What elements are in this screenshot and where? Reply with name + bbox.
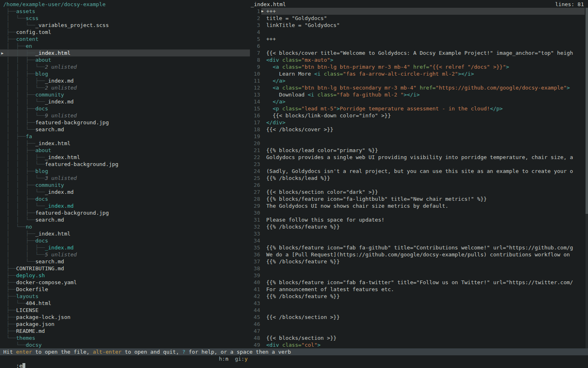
line-number: 3 [250, 22, 260, 29]
tree-row[interactable]: │ └──404.html [0, 300, 250, 307]
line-number: 13 [250, 91, 260, 98]
tree-row[interactable]: ├──deploy.sh [0, 272, 250, 279]
tree-row[interactable]: │ │ └──search.md [0, 126, 250, 133]
line-number: 41 [250, 286, 260, 293]
code-line: 6 [250, 43, 588, 49]
tree-row[interactable]: │ │ ├──blog [0, 70, 250, 77]
tree-row[interactable]: ├──CONTRIBUTING.md [0, 265, 250, 272]
code-line-text [261, 237, 585, 244]
code-line: 21{{% blocks/lead color="primary" %}} [250, 147, 588, 154]
code-token: "lead mt-5" [301, 105, 336, 112]
tree-row[interactable]: ├──Dockerfile [0, 286, 250, 293]
tree-row[interactable]: │ │ │ ├──_index.md [0, 77, 250, 84]
root-path[interactable]: /home/example-user/docsy-example [0, 1, 250, 8]
line-number: 9 [250, 63, 260, 70]
command-input[interactable]: :e [16, 363, 25, 368]
tree-row[interactable]: ├──content [0, 36, 250, 43]
tree-entry-name: about [35, 147, 51, 153]
tree-row[interactable]: │ └──search.md [0, 258, 250, 265]
tree-row[interactable]: │ ├──fa [0, 133, 250, 140]
tree-branch-lines: │ └── [7, 224, 26, 230]
tree-row[interactable]: │ │ │ └──featured-background.jpg [0, 161, 250, 168]
tree-row[interactable]: │ │ │ └──2 unlisted [0, 63, 250, 70]
tree-row[interactable]: │ │ │ └──_index.md [0, 98, 250, 105]
code-line-text: {{% blocks/lead color="primary" %}} [261, 147, 585, 154]
tree-row[interactable]: │ │ │ └──2 unlisted [0, 84, 250, 91]
tree-row[interactable]: ▶│ │ ├──_index.html [0, 49, 250, 56]
tree-row[interactable]: ├──config.toml [0, 29, 250, 36]
code-token: {{< blocks/section >}} [266, 335, 336, 341]
code-line-text: </a> [261, 98, 585, 105]
tree-row[interactable]: ├──README.md [0, 328, 250, 334]
tree-row[interactable]: │ │ ├──featured-background.jpg [0, 209, 250, 216]
tree-row[interactable]: │ └──scss [0, 15, 250, 22]
tree-branch-lines: │ ├── [7, 238, 35, 244]
line-number: 12 [250, 84, 260, 91]
tree-branch-lines: │ ├── [7, 43, 26, 49]
tree-row[interactable]: │ │ ├──docs [0, 105, 250, 112]
tree-entry-name: blog [35, 71, 48, 77]
code-line: 43 [250, 300, 588, 307]
tree-branch-lines: ├── [7, 286, 16, 292]
tree-row[interactable]: ├──package-lock.json [0, 314, 250, 321]
code-line-text [261, 161, 585, 168]
code-line: 47 [250, 328, 588, 334]
code-token [266, 85, 273, 91]
tree-row[interactable]: └──themes [0, 334, 250, 341]
tree-row[interactable]: ├──package.json [0, 321, 250, 328]
tree-row[interactable]: │ │ ├──community [0, 182, 250, 188]
scrollbar-thumb[interactable] [586, 8, 588, 214]
tree-row[interactable]: │ │ └──search.md [0, 216, 250, 223]
code-line-text [261, 43, 585, 49]
code-line: 49<div class="col"> [250, 341, 588, 348]
tree-row[interactable]: │ ├──docs [0, 237, 250, 244]
tree-row[interactable]: │ │ ├──community [0, 91, 250, 98]
tree-row[interactable]: │ │ │ └──9 unlisted [0, 112, 250, 119]
code-token: class= [279, 64, 301, 70]
tree-row[interactable]: ├──layouts [0, 293, 250, 300]
code-line: 45{{< /blocks/section >}} [250, 314, 588, 321]
tree-entry-name: docsy [26, 342, 42, 348]
code-token: <a [273, 64, 279, 70]
tree-row[interactable]: │ │ ├──docs [0, 195, 250, 202]
tree-entry-name: docs [35, 105, 48, 112]
code-token: "fas fa-arrow-alt-circle-right ml-2" [343, 71, 458, 77]
code-line: 48{{< blocks/section >}} [250, 334, 588, 341]
tree-row[interactable]: │ │ ├──about [0, 56, 250, 63]
tree-row[interactable]: │ │ │ └──_index.md [0, 202, 250, 209]
code-token: Goldydocs provides a single web UI provi… [266, 154, 573, 160]
tree-row[interactable]: ├──LICENSE [0, 307, 250, 314]
tree-row[interactable]: ├──docker-compose.yaml [0, 279, 250, 286]
tree-row[interactable]: │ └──_variables_project.scss [0, 22, 250, 29]
code-line: 31Please follow this space for updates! [250, 216, 588, 223]
hint-key: ? [182, 349, 185, 355]
line-number: 23 [250, 161, 260, 168]
tree-row[interactable]: │ │ ├──about [0, 147, 250, 154]
tree-entry-name: _index.md [45, 203, 74, 209]
tree-entry-name: _index.html [35, 140, 70, 146]
tree-row[interactable]: │ │ ├──_index.md [0, 244, 250, 251]
tree-row[interactable]: ├──assets [0, 8, 250, 15]
tree-entry-name: assets [16, 8, 35, 14]
tree-row[interactable]: │ └──no [0, 223, 250, 230]
code-token: "mx-auto" [301, 57, 330, 63]
tree-row[interactable]: │ │ ├──_index.html [0, 140, 250, 147]
tree-branch-lines: │ │ ├── [7, 71, 35, 77]
code-line-text [261, 230, 585, 237]
tree-row[interactable]: │ │ ├──blog [0, 168, 250, 175]
tree-row[interactable]: │ │ │ └──_index.md [0, 188, 250, 195]
code-line-text: We do a [Pull Request](https://github.co… [261, 251, 585, 258]
tree-row[interactable]: │ ├──en [0, 43, 250, 49]
code-token: ></i> [458, 71, 474, 77]
tree-row[interactable]: │ │ └──5 unlisted [0, 251, 250, 258]
code-token: <div [266, 342, 279, 348]
code-line: 26 [250, 182, 588, 188]
preview-scrollbar[interactable] [586, 8, 588, 348]
tree-row[interactable]: │ │ ├──featured-background.jpg [0, 119, 250, 126]
tree-branch-lines: │ └── [7, 15, 26, 21]
tree-row[interactable]: │ │ │ └──3 unlisted [0, 175, 250, 182]
tree-row[interactable]: │ ├──_index.html [0, 230, 250, 237]
tree-row[interactable]: └──docsy [0, 341, 250, 348]
tree-row[interactable]: │ │ │ ├──_index.html [0, 154, 250, 161]
code-line: 8<div class="mx-auto"> [250, 56, 588, 63]
